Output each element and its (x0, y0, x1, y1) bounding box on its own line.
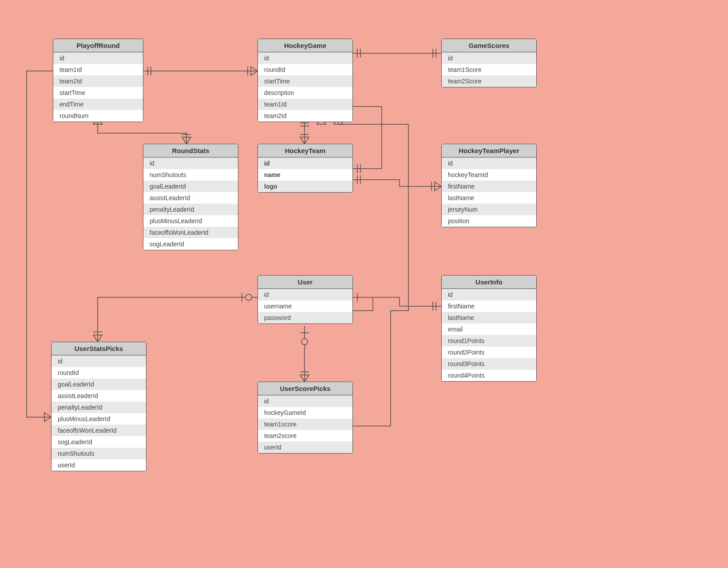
entity-hockeyteamplayer: HockeyTeamPlayer id hockeyTeamId firstNa… (441, 144, 537, 227)
entity-header: UserInfo (442, 276, 536, 289)
field: lastName (442, 192, 536, 204)
field: firstName (442, 300, 536, 312)
field: assistLeaderId (51, 390, 146, 402)
field: team1score (258, 418, 352, 430)
field: goalLeaderId (51, 379, 146, 390)
field: numShutouts (51, 448, 146, 459)
field: password (258, 312, 352, 323)
field: id (258, 52, 352, 64)
field: startTime (53, 87, 143, 99)
field: hockeyTeamId (442, 169, 536, 181)
entity-header: RoundStats (143, 144, 238, 158)
svg-point-19 (245, 294, 252, 300)
field: id (258, 158, 352, 169)
field: email (442, 323, 536, 335)
entity-header: UserScorePicks (258, 382, 352, 395)
field: id (442, 289, 536, 300)
field: penaltyLeaderId (51, 402, 146, 413)
field: plusMinusLeaderId (143, 215, 238, 227)
entity-gamescores: GameScores id team1Score team2Score (441, 39, 537, 87)
entity-header: UserStatsPicks (51, 342, 146, 355)
field: startTime (258, 75, 352, 87)
field: roundId (258, 64, 352, 75)
entity-hockeygame: HockeyGame id roundId startTime descript… (257, 39, 353, 122)
field: firstName (442, 181, 536, 192)
field: roundNum (53, 110, 143, 122)
field: numShutouts (143, 169, 238, 181)
field: team2Score (442, 75, 536, 87)
field: penaltyLeaderId (143, 204, 238, 215)
field: team2score (258, 430, 352, 442)
field: faceoffsWonLeaderId (143, 227, 238, 238)
entity-userstatspicks: UserStatsPicks id roundId goalLeaderId a… (51, 342, 146, 471)
field: username (258, 300, 352, 312)
field: hockeyGameId (258, 407, 352, 418)
field: sogLeaderId (143, 238, 238, 250)
entity-header: HockeyTeamPlayer (442, 144, 536, 158)
field: round4Points (442, 370, 536, 381)
field: jerseyNum (442, 204, 536, 215)
field: team2Id (53, 75, 143, 87)
field: plusMinusLeaderId (51, 413, 146, 425)
field: position (442, 215, 536, 227)
field: userId (258, 442, 352, 453)
field: id (143, 158, 238, 169)
field: team1Id (258, 99, 352, 110)
field: lastName (442, 312, 536, 323)
field: round3Points (442, 358, 536, 370)
field: id (258, 395, 352, 407)
entity-roundstats: RoundStats id numShutouts goalLeaderId a… (143, 144, 238, 250)
svg-point-26 (301, 339, 308, 345)
entity-playoffround: PlayoffRound id team1Id team2Id startTim… (53, 39, 143, 122)
field: id (442, 52, 536, 64)
entity-user: User id username password (257, 275, 353, 324)
field: userId (51, 459, 146, 471)
entity-userscorepicks: UserScorePicks id hockeyGameId team1scor… (257, 382, 353, 454)
field: description (258, 87, 352, 99)
field: name (258, 169, 352, 181)
field: id (51, 355, 146, 367)
field: team1Score (442, 64, 536, 75)
field: goalLeaderId (143, 181, 238, 192)
field: faceoffsWonLeaderId (51, 425, 146, 436)
field: team1Id (53, 64, 143, 75)
entity-userinfo: UserInfo id firstName lastName email rou… (441, 275, 537, 382)
field: endTime (53, 99, 143, 110)
entity-header: User (258, 276, 352, 289)
field: id (53, 52, 143, 64)
entity-header: HockeyTeam (258, 144, 352, 158)
field: sogLeaderId (51, 436, 146, 448)
entity-header: GameScores (442, 39, 536, 52)
field: id (442, 158, 536, 169)
field: team2Id (258, 110, 352, 122)
field: id (258, 289, 352, 300)
entity-hockeyteam: HockeyTeam id name logo (257, 144, 353, 193)
field: assistLeaderId (143, 192, 238, 204)
entity-header: HockeyGame (258, 39, 352, 52)
field: logo (258, 181, 352, 192)
entity-header: PlayoffRound (53, 39, 143, 52)
field: round2Points (442, 347, 536, 358)
field: roundId (51, 367, 146, 379)
field: round1Points (442, 335, 536, 347)
